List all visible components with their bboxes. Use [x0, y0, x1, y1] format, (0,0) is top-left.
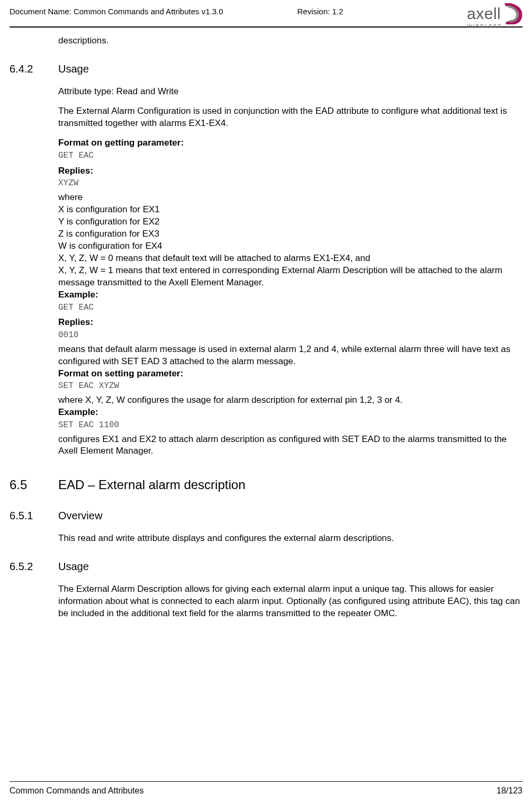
replies-label-2: Replies:: [58, 317, 522, 329]
footer-divider: [10, 781, 522, 782]
section-title: Overview: [58, 509, 102, 523]
section-6-5-1-heading: 6.5.1 Overview: [10, 509, 522, 523]
format-set-cmd: SET EAC XYZW: [58, 381, 522, 392]
usage-text: The External Alarm Description allows fo…: [58, 583, 522, 620]
attr-type: Attribute type: Read and Write: [58, 86, 522, 98]
overview-text: This read and write attribute displays a…: [58, 533, 522, 545]
where-l0: where: [58, 192, 522, 204]
where-l4: W is configuration for EX4: [58, 240, 522, 252]
logo-swirl-icon: [504, 3, 522, 24]
where-l1: X is configuration for EX1: [58, 204, 522, 216]
section-title: Usage: [58, 560, 89, 574]
example-cmd-2: SET EAC 1100: [58, 420, 522, 431]
replies-val-1: XYZW: [58, 178, 522, 190]
where-l2: Y is configuration for EX2: [58, 216, 522, 228]
example-label-1: Example:: [58, 289, 522, 301]
replies-label-1: Replies:: [58, 165, 522, 177]
section-title: EAD – External alarm description: [58, 476, 245, 493]
page-footer: Common Commands and Attributes 18/123: [10, 781, 522, 797]
example-cmd-1: GET EAC: [58, 302, 522, 314]
logo-sub-text: WIRELESS: [467, 23, 502, 29]
format-get-cmd: GET EAC: [58, 150, 522, 162]
section-6-4-2-heading: 6.4.2 Usage: [10, 62, 522, 76]
header-text: Document Name: Common Commands and Attri…: [10, 5, 343, 17]
section-number: 6.4.2: [10, 62, 58, 76]
where-l5: X, Y, Z, W = 0 means that default text w…: [58, 252, 522, 265]
configures-text: configures EX1 and EX2 to attach alarm d…: [58, 434, 522, 458]
format-get-label: Format on getting parameter:: [58, 137, 522, 149]
logo-main-text: axell: [467, 3, 501, 25]
section-title: Usage: [58, 62, 89, 76]
page-header: Document Name: Common Commands and Attri…: [0, 0, 532, 17]
where-set-text: where X, Y, Z, W configures the usage fo…: [58, 394, 522, 407]
format-set-label: Format on setting parameter:: [58, 368, 522, 380]
revision: Revision: 1.2: [297, 6, 344, 17]
where-l6: X, Y, Z, W = 1 means that text entered i…: [58, 265, 522, 289]
section-number: 6.5.1: [10, 509, 58, 523]
example-label-2: Example:: [58, 407, 522, 419]
section-number: 6.5.2: [10, 560, 58, 574]
means-text: means that default alarm message is used…: [58, 344, 522, 368]
page-content: descriptions. 6.4.2 Usage Attribute type…: [0, 28, 532, 619]
section-6-5-2-heading: 6.5.2 Usage: [10, 560, 522, 574]
intro-paragraph: The External Alarm Configuration is used…: [58, 105, 522, 130]
section-6-5-heading: 6.5 EAD – External alarm description: [10, 476, 522, 493]
logo: axell WIRELESS: [467, 3, 522, 29]
footer-left: Common Commands and Attributes: [10, 785, 143, 797]
footer-page-number: 18/123: [497, 785, 522, 797]
section-number: 6.5: [10, 476, 58, 493]
replies-val-2: 0010: [58, 330, 522, 341]
where-l3: Z is configuration for EX3: [58, 228, 522, 240]
doc-name: Document Name: Common Commands and Attri…: [10, 6, 223, 17]
continuation-text: descriptions.: [58, 35, 522, 47]
